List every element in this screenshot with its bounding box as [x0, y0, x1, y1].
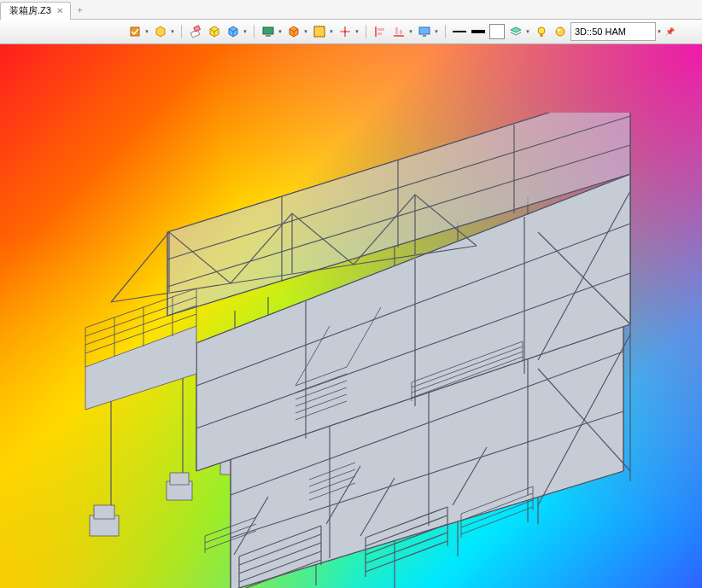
line-thick-button[interactable]: [470, 23, 487, 40]
separator: [366, 25, 366, 38]
line-thin-button[interactable]: [451, 23, 468, 40]
separator: [445, 25, 446, 38]
entity-button[interactable]: [152, 23, 169, 40]
align-left-button[interactable]: [371, 23, 389, 40]
render-button[interactable]: [311, 23, 328, 40]
document-tab[interactable]: 装箱房.Z3 ✕: [0, 2, 71, 20]
model-3d: [60, 113, 658, 588]
chevron-down-icon[interactable]: ▼: [143, 23, 150, 40]
solid-orange-button[interactable]: [285, 23, 302, 40]
separator: [181, 25, 182, 38]
sphere-icon[interactable]: [552, 23, 569, 40]
svg-rect-8: [377, 28, 384, 31]
close-icon[interactable]: ✕: [56, 6, 63, 15]
viewport-3d[interactable]: [0, 44, 702, 588]
tab-bar: 装箱房.Z3 ✕ ＋: [0, 0, 702, 20]
cube-blue-button[interactable]: [225, 23, 242, 40]
eraser-button[interactable]: [187, 23, 204, 40]
svg-point-16: [556, 27, 565, 36]
svg-rect-5: [314, 26, 325, 37]
chevron-down-icon[interactable]: ▼: [354, 23, 360, 40]
tab-title: 装箱房.Z3: [9, 4, 51, 17]
svg-rect-21: [170, 473, 189, 485]
svg-rect-3: [263, 27, 273, 34]
chevron-down-icon[interactable]: ▼: [656, 23, 663, 40]
svg-rect-2: [194, 26, 201, 32]
svg-rect-19: [94, 505, 114, 519]
axis-button[interactable]: [336, 23, 354, 40]
svg-rect-9: [377, 32, 382, 35]
display-button[interactable]: [416, 23, 433, 40]
chevron-down-icon[interactable]: ▼: [302, 23, 309, 40]
chevron-down-icon[interactable]: ▼: [407, 23, 414, 40]
svg-line-82: [85, 297, 196, 336]
svg-rect-12: [419, 27, 430, 34]
chevron-down-icon[interactable]: ▼: [169, 23, 176, 40]
plus-icon[interactable]: ＋: [73, 2, 88, 17]
align-bottom-button[interactable]: [390, 23, 407, 40]
svg-point-7: [344, 31, 347, 33]
svg-point-14: [538, 27, 545, 34]
svg-rect-15: [541, 34, 543, 37]
regen-button[interactable]: [126, 23, 143, 40]
layer-button[interactable]: [507, 23, 524, 40]
svg-point-17: [557, 29, 560, 32]
chevron-down-icon[interactable]: ▼: [433, 23, 440, 40]
pin-icon[interactable]: 📌: [664, 23, 675, 40]
svg-rect-10: [395, 27, 398, 34]
color-swatch[interactable]: [488, 23, 506, 40]
chevron-down-icon[interactable]: ▼: [328, 23, 335, 40]
coord-label: 3D::50 HAM: [575, 26, 626, 37]
svg-rect-4: [266, 35, 271, 37]
bulb-icon[interactable]: [533, 23, 550, 40]
svg-rect-11: [400, 30, 402, 34]
cube-yellow-button[interactable]: [206, 23, 223, 40]
separator: [254, 25, 254, 38]
svg-rect-13: [423, 35, 426, 37]
chevron-down-icon[interactable]: ▼: [524, 23, 531, 40]
screen-button[interactable]: [260, 23, 277, 40]
chevron-down-icon[interactable]: ▼: [242, 23, 249, 40]
chevron-down-icon[interactable]: ▼: [277, 23, 284, 40]
toolbar: ▼ ▼ ▼ ▼ ▼ ▼ ▼ ▼ ▼: [0, 20, 702, 44]
coord-system-field[interactable]: 3D::50 HAM: [570, 22, 656, 41]
